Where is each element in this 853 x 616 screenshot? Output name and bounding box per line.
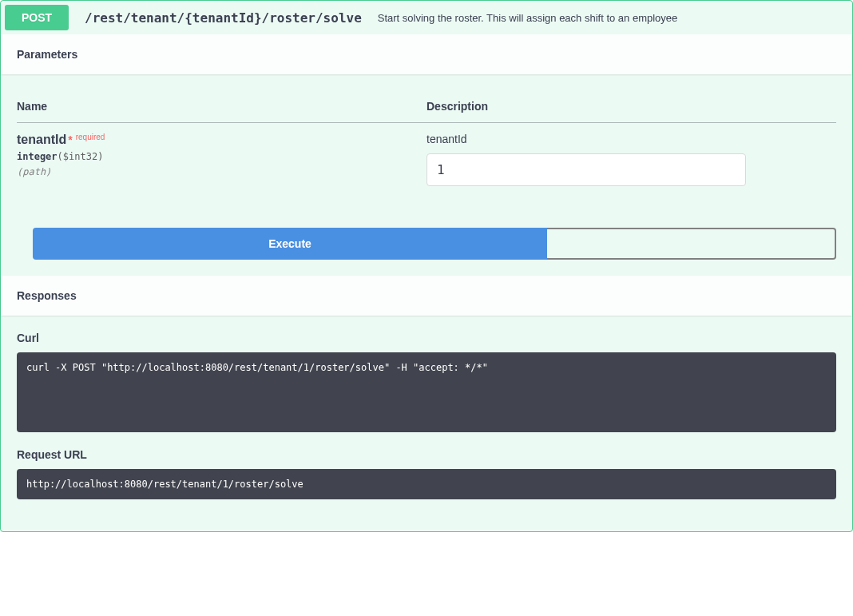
- parameter-description: tenantId: [426, 133, 836, 145]
- endpoint-path: /rest/tenant/{tenantId}/roster/solve: [77, 10, 370, 26]
- clear-button[interactable]: [547, 228, 836, 260]
- parameter-in: (path): [17, 166, 426, 177]
- curl-label: Curl: [17, 332, 836, 344]
- parameter-type: integer($int32): [17, 147, 426, 166]
- parameter-row: tenantId*required integer($int32) (path)…: [17, 123, 836, 197]
- endpoint-description: Start solving the roster. This will assi…: [378, 12, 848, 24]
- operation-body: Parameters Name Description tenantId*req…: [1, 34, 852, 531]
- request-url-label: Request URL: [17, 448, 836, 461]
- parameter-type-text: integer: [17, 151, 58, 162]
- request-url-output[interactable]: http://localhost:8080/rest/tenant/1/rost…: [17, 469, 836, 499]
- responses-title: Responses: [17, 289, 77, 302]
- parameters-header: Parameters: [1, 34, 852, 74]
- operation-summary[interactable]: POST /rest/tenant/{tenantId}/roster/solv…: [1, 1, 852, 34]
- col-header-description: Description: [426, 90, 836, 123]
- http-method-badge: POST: [5, 5, 69, 30]
- parameters-container: Name Description tenantId*required integ…: [1, 74, 852, 212]
- parameters-title: Parameters: [17, 48, 77, 61]
- required-star-icon: *: [66, 133, 73, 146]
- col-header-name: Name: [17, 90, 426, 123]
- parameter-name: tenantId*required: [17, 133, 426, 147]
- required-label: required: [74, 133, 105, 141]
- parameter-input[interactable]: [426, 153, 746, 186]
- parameters-table: Name Description tenantId*required integ…: [17, 90, 836, 196]
- execute-button[interactable]: Execute: [33, 228, 547, 260]
- operation-block: POST /rest/tenant/{tenantId}/roster/solv…: [0, 0, 853, 532]
- responses-header: Responses: [1, 276, 852, 316]
- parameter-name-text: tenantId: [17, 133, 66, 146]
- responses-inner: Curl curl -X POST "http://localhost:8080…: [1, 316, 852, 531]
- execute-wrapper: Execute: [1, 212, 852, 276]
- parameter-format: ($int32): [58, 151, 104, 162]
- curl-output[interactable]: curl -X POST "http://localhost:8080/rest…: [17, 352, 836, 432]
